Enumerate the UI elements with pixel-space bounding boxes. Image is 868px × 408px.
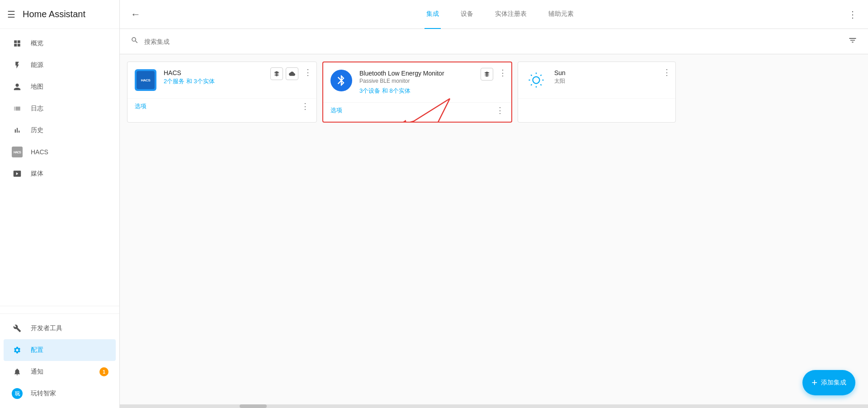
- svg-line-3: [531, 75, 532, 76]
- sidebar-item-history[interactable]: 历史: [4, 119, 116, 141]
- scrollbar[interactable]: [120, 404, 868, 408]
- bluetooth-link-separator: 和: [382, 87, 390, 94]
- hacs-badge-box: [270, 67, 283, 80]
- fab-label: 添加集成: [821, 379, 846, 387]
- card-sun-info: Sun 太阳: [554, 69, 668, 88]
- sidebar-label-play-ha: 玩转智家: [31, 389, 56, 398]
- sidebar-item-energy[interactable]: 能源: [4, 54, 116, 76]
- sidebar-item-media[interactable]: 媒体: [4, 163, 116, 185]
- main-content: ← 集成 设备 实体注册表 辅助元素 ⋮ HACS: [120, 0, 868, 408]
- filter-icon[interactable]: [848, 36, 857, 47]
- bluetooth-badge-box: [481, 68, 493, 81]
- sidebar-header: ☰ Home Assistant: [0, 0, 119, 29]
- sidebar-bottom: 开发者工具 配置 通知 1 玩 玩转智家: [0, 306, 119, 408]
- add-integration-button[interactable]: + 添加集成: [802, 370, 855, 395]
- hacs-link-separator: 和: [186, 78, 194, 85]
- cards-area: HACS HACS 2个服务 和 3个实体: [120, 54, 868, 404]
- card-sun-bottom: 选项: [518, 98, 675, 118]
- card-hacs-badges: [270, 67, 298, 80]
- sidebar-label-map: 地图: [31, 83, 43, 91]
- sidebar-item-config[interactable]: 配置: [4, 339, 116, 361]
- hacs-icon: HACS: [11, 147, 24, 157]
- topbar-tabs: 集成 设备 实体注册表 辅助元素: [151, 0, 848, 29]
- card-bluetooth-links: 3个设备 和 8个实体: [359, 87, 504, 95]
- card-hacs: HACS HACS 2个服务 和 3个实体: [127, 62, 317, 123]
- card-hacs-more[interactable]: ⋮: [304, 67, 312, 77]
- card-bluetooth-top: Bluetooth Low Energy Monitor Passive BLE…: [323, 62, 511, 99]
- sidebar-item-notifications[interactable]: 通知 1: [4, 361, 116, 383]
- sidebar-label-hacs: HACS: [31, 148, 48, 156]
- play-circle-icon: 玩: [11, 388, 24, 399]
- svg-point-0: [533, 77, 540, 84]
- sidebar-item-map[interactable]: 地图: [4, 76, 116, 98]
- notification-badge: 1: [99, 367, 108, 376]
- grid-icon: [11, 39, 24, 47]
- list-icon: [11, 104, 24, 113]
- sidebar-item-play-ha[interactable]: 玩 玩转智家: [4, 383, 116, 404]
- card-hacs-bottom-more[interactable]: ⋮: [301, 101, 309, 111]
- card-sun-subtitle: 太阳: [554, 77, 668, 85]
- card-sun-top: Sun 太阳 ⋮: [518, 62, 675, 95]
- fab-plus-icon: +: [811, 377, 817, 389]
- gear-icon: [11, 346, 24, 354]
- tab-integrations[interactable]: 集成: [425, 0, 441, 29]
- card-sun-more[interactable]: ⋮: [663, 67, 671, 77]
- play-icon: [11, 170, 24, 178]
- sidebar-title: Home Assistant: [23, 9, 85, 19]
- bluetooth-link-devices[interactable]: 3个设备: [359, 87, 380, 94]
- bluetooth-option-button[interactable]: 选项: [330, 104, 342, 116]
- bluetooth-logo: [330, 70, 352, 91]
- svg-line-8: [541, 75, 542, 76]
- card-bluetooth: Bluetooth Low Energy Monitor Passive BLE…: [322, 62, 512, 123]
- menu-icon[interactable]: ☰: [7, 9, 15, 20]
- tab-entity-registry[interactable]: 实体注册表: [493, 0, 528, 29]
- sidebar-label-history: 历史: [31, 126, 43, 134]
- svg-line-7: [531, 85, 532, 85]
- sidebar-label-devtools: 开发者工具: [31, 324, 62, 332]
- back-button[interactable]: ←: [131, 9, 141, 20]
- cards-row: HACS HACS 2个服务 和 3个实体: [127, 62, 861, 123]
- tab-devices[interactable]: 设备: [459, 0, 475, 29]
- topbar-more-button[interactable]: ⋮: [848, 9, 857, 20]
- person-icon: [11, 83, 24, 91]
- topbar: ← 集成 设备 实体注册表 辅助元素 ⋮: [120, 0, 868, 29]
- hacs-logo: HACS: [135, 69, 156, 91]
- card-bluetooth-bottom-more[interactable]: ⋮: [496, 105, 504, 115]
- tab-helpers[interactable]: 辅助元素: [547, 0, 576, 29]
- card-hacs-top: HACS HACS 2个服务 和 3个实体: [127, 62, 316, 95]
- search-input[interactable]: [144, 38, 848, 45]
- card-bluetooth-bottom: 选项 ⋮: [323, 102, 511, 122]
- search-bar: [120, 29, 868, 54]
- sidebar-label-energy: 能源: [31, 61, 43, 69]
- hacs-badge-cloud: [286, 67, 298, 80]
- sidebar-label-config: 配置: [31, 346, 43, 354]
- card-sun-title: Sun: [554, 69, 668, 76]
- bluetooth-link-entities[interactable]: 8个实体: [389, 87, 410, 94]
- sidebar-item-devtools[interactable]: 开发者工具: [4, 318, 116, 339]
- hacs-link-entities[interactable]: 3个实体: [193, 78, 214, 85]
- bolt-icon: [11, 61, 24, 69]
- bell-icon: [11, 368, 24, 376]
- card-bluetooth-more[interactable]: ⋮: [499, 68, 507, 78]
- search-icon: [131, 36, 139, 47]
- sidebar-item-logbook[interactable]: 日志: [4, 98, 116, 119]
- sidebar: ☰ Home Assistant 概览 能源 地图: [0, 0, 120, 408]
- hacs-link-services[interactable]: 2个服务: [164, 78, 184, 85]
- barchart-icon: [11, 126, 24, 134]
- wrench-icon: [11, 324, 24, 332]
- sidebar-label-overview: 概览: [31, 39, 43, 47]
- hacs-option-button[interactable]: 选项: [135, 100, 146, 112]
- sidebar-label-logbook: 日志: [31, 104, 43, 113]
- sidebar-label-notifications: 通知: [31, 368, 43, 376]
- card-bluetooth-badges: [481, 68, 493, 81]
- sun-logo: [525, 69, 547, 91]
- svg-line-4: [541, 85, 542, 85]
- sidebar-item-overview[interactable]: 概览: [4, 33, 116, 54]
- scroll-thumb[interactable]: [240, 404, 267, 408]
- card-sun: Sun 太阳 ⋮ 选项: [518, 62, 676, 123]
- card-hacs-bottom: 选项 ⋮: [127, 98, 316, 118]
- sidebar-item-hacs[interactable]: HACS HACS: [4, 141, 116, 163]
- sidebar-label-media: 媒体: [31, 170, 43, 178]
- sidebar-nav: 概览 能源 地图 日志 历史: [0, 29, 119, 306]
